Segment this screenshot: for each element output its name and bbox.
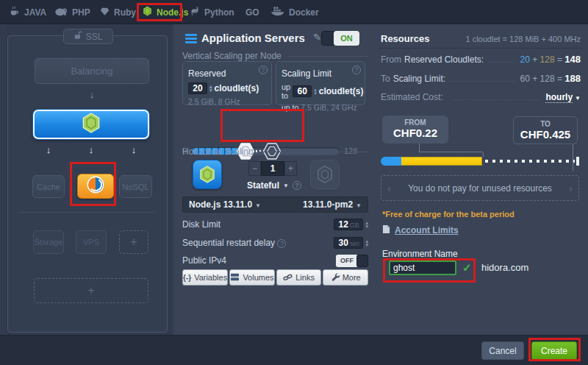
reserved-cloudlets-card: Reserved ? 20 ▴▾ cloudlet(s) 2.5 GiB, 8 … bbox=[182, 61, 272, 105]
sql-node[interactable] bbox=[77, 174, 114, 199]
add-layer-button[interactable]: + bbox=[34, 278, 148, 303]
nosql-node[interactable]: NoSQL bbox=[119, 175, 152, 198]
scaling-limit-card: Scaling Limit ? up to 60 ▴▾ cloudlet(s) … bbox=[276, 61, 365, 105]
cloudlet-unit: cloudlet(s) bbox=[215, 83, 259, 93]
help-icon[interactable]: ? bbox=[293, 181, 301, 190]
public-ipv4-label: Public IPv4 bbox=[182, 255, 226, 266]
environment-name-input[interactable] bbox=[389, 261, 456, 275]
tab-java[interactable]: JAVA bbox=[9, 0, 46, 24]
reserved-subtext: 2.5 GiB, 8 GHz bbox=[188, 97, 266, 106]
disk-limit-input[interactable]: 12GB bbox=[334, 219, 363, 230]
help-icon[interactable]: ? bbox=[352, 65, 361, 74]
billing-period-dropdown[interactable]: hourly bbox=[545, 92, 573, 103]
docker-whale-icon bbox=[270, 6, 284, 18]
arrow-down-icon: ↓ bbox=[85, 89, 99, 100]
account-limits-link[interactable]: Account Limits bbox=[382, 224, 459, 236]
up-to-prefix: up to bbox=[282, 82, 290, 100]
tab-php[interactable]: PHP bbox=[54, 0, 90, 24]
ruby-gem-icon bbox=[100, 7, 110, 18]
tab-label: JAVA bbox=[24, 7, 46, 18]
tab-go[interactable]: GO bbox=[245, 0, 259, 24]
dotted-leader bbox=[451, 93, 542, 100]
balancing-node[interactable]: Balancing bbox=[35, 58, 149, 84]
scaling-value-input[interactable]: 60 bbox=[293, 85, 312, 97]
dotted-leader bbox=[450, 74, 515, 82]
resources-divider bbox=[379, 48, 582, 49]
toggle-knob bbox=[356, 255, 368, 267]
estimated-cost-row: Estimated Cost: hourly ▼ bbox=[381, 92, 581, 104]
stateful-dropdown[interactable]: Stateful ▼ ? bbox=[247, 180, 301, 191]
tab-nodejs[interactable]: Node.js bbox=[143, 0, 188, 24]
button-label: More bbox=[343, 273, 361, 282]
nosql-label: NoSQL bbox=[122, 182, 148, 191]
tab-docker[interactable]: Docker bbox=[270, 0, 319, 24]
cancel-button[interactable]: Cancel bbox=[481, 341, 524, 360]
links-button[interactable]: Links bbox=[276, 269, 322, 286]
button-label: Volumes bbox=[243, 273, 273, 282]
help-icon[interactable]: ? bbox=[277, 239, 286, 248]
java-icon bbox=[9, 6, 20, 19]
card-title: Reserved bbox=[188, 68, 226, 79]
from-connector-line bbox=[419, 143, 483, 152]
more-button[interactable]: More bbox=[323, 269, 368, 286]
variables-button[interactable]: {-} Variables bbox=[182, 269, 228, 286]
panel-title: Application Servers bbox=[201, 32, 305, 44]
chevron-right-icon[interactable]: › bbox=[569, 182, 573, 194]
toggle-on-label: ON bbox=[334, 31, 359, 46]
layer-power-toggle[interactable]: ON bbox=[321, 31, 362, 46]
cache-node[interactable]: Cache bbox=[32, 175, 65, 198]
topology-divider bbox=[18, 212, 154, 213]
restart-delay-input[interactable]: 30sec bbox=[334, 237, 363, 249]
public-ipv4-toggle[interactable]: OFF bbox=[336, 255, 368, 267]
lock-icon bbox=[74, 31, 82, 42]
cost-bar-blue-segment bbox=[381, 157, 401, 166]
storage-node[interactable]: Storage bbox=[33, 230, 64, 254]
ssl-toggle[interactable]: SSL bbox=[63, 29, 113, 44]
row-prefix: To bbox=[381, 74, 390, 84]
increase-count-button[interactable]: + bbox=[284, 161, 297, 176]
edit-pencil-icon[interactable]: ✎ bbox=[313, 32, 321, 43]
scaling-stepper[interactable]: ▴▾ bbox=[314, 88, 317, 95]
restart-delay-stepper[interactable]: ▴▾ bbox=[365, 239, 368, 247]
nodejs-node-selected[interactable] bbox=[33, 110, 149, 139]
arrow-down-icon: ↓ bbox=[126, 144, 141, 155]
billing-info-carousel: ‹ You do not pay for unused resources › bbox=[381, 175, 579, 201]
volumes-button[interactable]: Volumes bbox=[229, 269, 275, 286]
disk-limit-row: Disk Limit 12GB ▴▾ bbox=[182, 217, 368, 232]
to-label: TO bbox=[514, 120, 577, 128]
php-icon bbox=[54, 7, 68, 18]
tab-ruby[interactable]: Ruby bbox=[100, 0, 136, 24]
chevron-down-icon: ▼ bbox=[575, 95, 581, 102]
vps-label: VPS bbox=[83, 238, 99, 247]
public-ipv4-row: Public IPv4 OFF bbox=[182, 253, 368, 268]
decrease-count-button[interactable]: − bbox=[248, 161, 261, 176]
disk-limit-stepper[interactable]: ▴▾ bbox=[365, 221, 368, 228]
horizontal-scaling-section-label: Horizontal Scaling bbox=[182, 146, 368, 157]
row-value-b: 128 bbox=[540, 74, 555, 84]
help-icon[interactable]: ? bbox=[259, 65, 268, 74]
reserved-value-input[interactable]: 20 bbox=[188, 82, 207, 94]
tab-python[interactable]: Python bbox=[190, 0, 234, 24]
storage-label: Storage bbox=[35, 238, 63, 247]
add-node-button[interactable]: + bbox=[119, 230, 148, 254]
nodejs-app-icon bbox=[193, 160, 222, 189]
row-total: 188 bbox=[564, 73, 581, 84]
from-label: FROM bbox=[382, 118, 448, 127]
layer-list-icon[interactable] bbox=[185, 34, 197, 43]
section-label: Horizontal Scaling bbox=[182, 146, 254, 157]
billing-info-text: You do not pay for unused resources bbox=[391, 183, 570, 194]
create-button[interactable]: Create bbox=[531, 341, 577, 360]
topology-panel: SSL Balancing ↓ ↓ ↓ ↓ Cache NoSQL Storag… bbox=[6, 24, 172, 335]
vps-node[interactable]: VPS bbox=[76, 230, 107, 254]
node-count-value[interactable]: 1 bbox=[261, 161, 284, 176]
reserved-stepper[interactable]: ▴▾ bbox=[209, 85, 212, 92]
card-title: Scaling Limit bbox=[282, 68, 331, 79]
section-label: Vertical Scaling per Node bbox=[182, 51, 282, 61]
tab-label: Node.js bbox=[157, 7, 188, 18]
engine-dropdown[interactable]: Node.js 13.11.0▼ bbox=[189, 199, 261, 210]
runtime-dropdown[interactable]: 13.11.0-pm2▼ bbox=[303, 199, 362, 210]
tab-label: Docker bbox=[289, 7, 319, 18]
restart-delay-label: Sequential restart delay ? bbox=[182, 238, 286, 248]
variables-icon: {-} bbox=[183, 274, 191, 282]
row-value-a: 60 bbox=[520, 74, 530, 84]
